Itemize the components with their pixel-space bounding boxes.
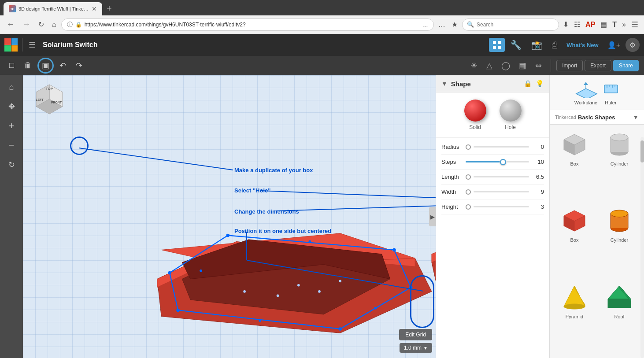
category-dropdown-icon[interactable]: ▼ bbox=[633, 114, 639, 121]
width-value: 9 bbox=[532, 188, 544, 195]
object-tool-button[interactable]: ◯ bbox=[498, 59, 514, 73]
view-rotate-button[interactable]: ↻ bbox=[3, 156, 20, 173]
shapes-category-label[interactable]: Basic Shapes bbox=[578, 114, 631, 121]
shape-tool-button[interactable]: △ bbox=[483, 59, 496, 73]
camera-button[interactable]: 📸 bbox=[527, 37, 546, 53]
svg-point-24 bbox=[200, 269, 202, 272]
user-add-button[interactable]: 👤+ bbox=[604, 38, 624, 52]
undo-button[interactable]: ↶ bbox=[56, 58, 70, 73]
home-button[interactable]: ⌂ bbox=[49, 19, 59, 30]
hole-sphere bbox=[500, 100, 522, 122]
import-button[interactable]: Import bbox=[556, 60, 583, 71]
group-button[interactable]: □ bbox=[5, 58, 18, 73]
header-right-icons: 🔧 📸 ⎙ What's New 👤+ ⚙ bbox=[489, 37, 640, 53]
svg-point-27 bbox=[297, 284, 300, 287]
viewport[interactable]: TOP LEFT FRONT bbox=[23, 75, 549, 358]
svg-point-25 bbox=[308, 240, 311, 243]
shape-lock-button[interactable]: 🔒 bbox=[524, 80, 532, 88]
bookmarks-icon[interactable]: … bbox=[436, 19, 448, 30]
tinkercad-logo[interactable] bbox=[4, 38, 18, 52]
grid-size-button[interactable]: 1.0 mm ▼ bbox=[400, 343, 432, 353]
panel-expand-button[interactable]: ▶ bbox=[429, 207, 436, 226]
length-control[interactable] bbox=[466, 174, 529, 180]
app-header: ☰ Solarium Switch 🔧 📸 ⎙ What's New 👤+ ⚙ bbox=[0, 34, 644, 56]
bookmarks-shelf-icon[interactable]: ☷ bbox=[572, 18, 582, 30]
tab-close-icon[interactable]: ✕ bbox=[92, 5, 97, 12]
share-button[interactable]: Share bbox=[613, 60, 639, 71]
extensions-icon[interactable]: » bbox=[620, 19, 628, 30]
home-view-button[interactable]: ⌂ bbox=[3, 79, 20, 96]
align-tool-button[interactable]: ▦ bbox=[515, 59, 530, 73]
shape-thumb-pyramid-yellow bbox=[559, 284, 589, 312]
hamburger-button[interactable]: ☰ bbox=[27, 38, 37, 52]
shape-item-label: Cylinder bbox=[611, 237, 628, 243]
shapes-category-header: Tinkercad Basic Shapes ▼ bbox=[550, 110, 644, 125]
list-item[interactable]: Roof bbox=[598, 281, 640, 354]
zoom-in-button[interactable]: + bbox=[3, 118, 20, 134]
tab-title: 3D design Terrific Wluff | Tinkerc... bbox=[19, 6, 89, 11]
steps-control[interactable] bbox=[466, 159, 529, 165]
shape-help-button[interactable]: 💡 bbox=[536, 80, 544, 88]
export-button[interactable]: Export bbox=[585, 60, 611, 71]
height-control[interactable] bbox=[466, 204, 529, 210]
steps-value: 10 bbox=[532, 159, 544, 165]
adblock-icon[interactable]: AP bbox=[583, 19, 597, 30]
svg-point-51 bbox=[611, 134, 628, 141]
fit-view-button[interactable]: ✥ bbox=[3, 98, 20, 115]
list-item[interactable]: Cylinder bbox=[598, 204, 640, 278]
list-item[interactable]: Box bbox=[553, 128, 596, 202]
grid-view-button[interactable] bbox=[489, 38, 505, 52]
reload-button[interactable]: ↻ bbox=[35, 18, 47, 30]
workplane-tool[interactable]: Workplane bbox=[574, 80, 598, 105]
shape-type-options: Solid Hole bbox=[436, 92, 549, 138]
shape-panel: ▶ ▼ Shape 🔒 💡 Solid Hole bbox=[436, 75, 549, 358]
reader-icon[interactable]: ▤ bbox=[598, 18, 609, 30]
browser-menu-icon[interactable]: ☰ bbox=[629, 18, 640, 31]
new-tab-button[interactable]: + bbox=[104, 4, 115, 14]
download-icon[interactable]: ⬇ bbox=[561, 18, 571, 30]
font-icon[interactable]: T bbox=[610, 19, 619, 30]
settings-button[interactable]: ⚙ bbox=[625, 38, 640, 52]
workplane-icon bbox=[574, 80, 598, 98]
address-bar[interactable]: ⓘ 🔒 https://www.tinkercad.com/things/gvH… bbox=[61, 18, 434, 31]
code-button[interactable]: ⎙ bbox=[548, 37, 561, 53]
forward-button[interactable]: → bbox=[19, 18, 33, 31]
svg-marker-40 bbox=[584, 82, 588, 85]
svg-point-59 bbox=[611, 210, 628, 217]
duplicate-button[interactable]: ▣ bbox=[37, 58, 54, 74]
light-button[interactable]: ☀ bbox=[467, 59, 481, 73]
list-item[interactable]: Pyramid bbox=[553, 281, 596, 354]
tab-favicon: TC bbox=[9, 5, 16, 12]
shapes-scrollbar-thumb[interactable] bbox=[640, 140, 644, 162]
ruler-tool[interactable]: Ruler bbox=[602, 80, 620, 105]
tools-button[interactable]: 🔧 bbox=[507, 37, 526, 53]
star-icon[interactable]: ★ bbox=[449, 18, 460, 30]
redo-button[interactable]: ↷ bbox=[72, 58, 86, 73]
annotation-hole: Select "Hole" bbox=[234, 187, 270, 194]
edit-grid-button[interactable]: Edit Grid bbox=[399, 329, 432, 340]
zoom-out-button[interactable]: − bbox=[3, 137, 20, 154]
search-bar[interactable]: 🔍 bbox=[462, 18, 559, 31]
search-input[interactable] bbox=[477, 22, 547, 28]
address-menu-icon[interactable]: … bbox=[422, 21, 428, 28]
hole-option[interactable]: Hole bbox=[500, 100, 522, 130]
list-item[interactable]: Cylinder bbox=[598, 128, 640, 202]
whats-new-button[interactable]: What's New bbox=[563, 39, 602, 51]
svg-point-30 bbox=[243, 290, 246, 293]
ruler-label: Ruler bbox=[605, 100, 616, 105]
shape-panel-collapse-icon[interactable]: ▼ bbox=[441, 80, 448, 87]
radius-control[interactable] bbox=[466, 144, 529, 150]
list-item[interactable]: Box bbox=[553, 204, 596, 278]
length-label: Length bbox=[441, 173, 466, 180]
browser-tab[interactable]: TC 3D design Terrific Wluff | Tinkerc...… bbox=[4, 2, 102, 15]
shapes-scrollbar-track[interactable] bbox=[640, 137, 644, 358]
delete-button[interactable]: 🗑 bbox=[20, 58, 36, 73]
width-label: Width bbox=[441, 188, 466, 195]
svg-point-21 bbox=[168, 271, 171, 275]
mirror-button[interactable]: ⇔ bbox=[532, 59, 545, 73]
width-control[interactable] bbox=[466, 189, 529, 195]
back-button[interactable]: ← bbox=[4, 18, 18, 31]
solid-option[interactable]: Solid bbox=[464, 100, 486, 130]
shape-thumb-box-red bbox=[559, 207, 589, 236]
project-title[interactable]: Solarium Switch bbox=[43, 41, 486, 49]
